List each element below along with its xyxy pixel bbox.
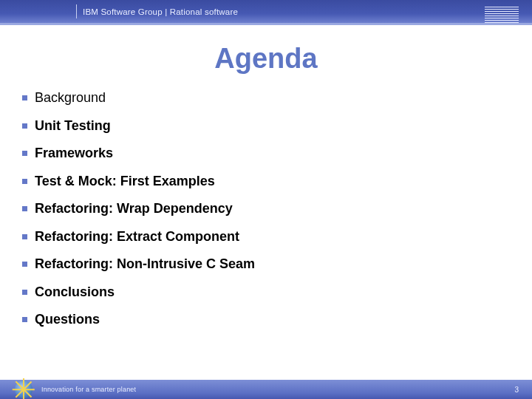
slide-header: IBM Software Group | Rational software (0, 0, 532, 25)
list-item: Refactoring: Extract Component (22, 228, 532, 245)
list-item: Conclusions (22, 284, 532, 301)
smarter-planet-icon (15, 381, 33, 398)
slide-footer: Innovation for a smarter planet 3 (0, 380, 532, 399)
list-item: Frameworks (22, 145, 532, 162)
item-text: Background (35, 89, 106, 106)
list-item: Background (22, 89, 532, 106)
bullet-icon (22, 206, 27, 211)
list-item: Unit Testing (22, 117, 532, 134)
list-item: Refactoring: Non-Intrusive C Seam (22, 256, 532, 273)
item-text: Refactoring: Non-Intrusive C Seam (35, 256, 255, 273)
page-number: 3 (514, 386, 519, 394)
footer-tagline: Innovation for a smarter planet (41, 386, 136, 393)
item-text: Unit Testing (35, 117, 111, 134)
list-item: Questions (22, 311, 532, 328)
header-divider (76, 4, 77, 18)
list-item: Refactoring: Wrap Dependency (22, 200, 532, 217)
bullet-icon (22, 290, 27, 295)
header-text: IBM Software Group | Rational software (83, 7, 238, 16)
item-text: Frameworks (35, 145, 113, 162)
bullet-icon (22, 95, 27, 100)
item-text: Questions (35, 311, 100, 328)
agenda-list: Background Unit Testing Frameworks Test … (22, 89, 532, 328)
item-text: Refactoring: Wrap Dependency (35, 200, 233, 217)
ibm-logo-icon (485, 7, 519, 23)
bullet-icon (22, 179, 27, 184)
bullet-icon (22, 234, 27, 239)
item-text: Test & Mock: First Examples (35, 173, 215, 190)
slide-title: Agenda (0, 43, 532, 75)
list-item: Test & Mock: First Examples (22, 173, 532, 190)
item-text: Refactoring: Extract Component (35, 228, 239, 245)
bullet-icon (22, 262, 27, 267)
item-text: Conclusions (35, 284, 115, 301)
bullet-icon (22, 123, 27, 129)
bullet-icon (22, 151, 27, 156)
bullet-icon (22, 317, 27, 322)
